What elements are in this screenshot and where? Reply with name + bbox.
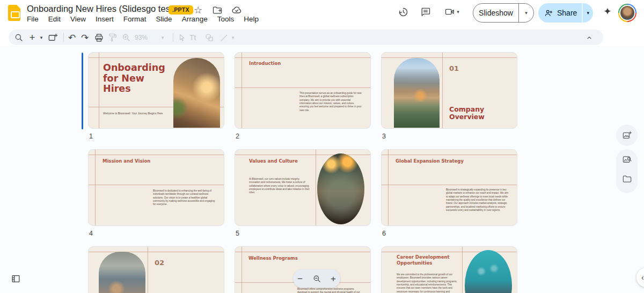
- share-caret-icon[interactable]: ▾: [583, 11, 593, 16]
- slide-rule-line: [382, 185, 517, 185]
- zoom-in-button[interactable]: +: [331, 274, 336, 283]
- caret-glyph: ▾: [40, 35, 43, 40]
- caret-glyph: ▾: [232, 35, 235, 40]
- team-photo-oval: [317, 153, 364, 224]
- slide-thumbnail-3[interactable]: 01 Company Overview: [381, 52, 517, 129]
- slide-title: Onboarding for New Hires: [103, 63, 170, 94]
- share-button[interactable]: Share: [557, 9, 577, 17]
- new-slide-plus-button[interactable]: +: [26, 31, 39, 45]
- office-photo-arch: [173, 58, 220, 128]
- slide-rule-line: [235, 57, 370, 58]
- new-slide-caret-icon[interactable]: ▾: [38, 31, 45, 45]
- menu-file[interactable]: File: [22, 14, 43, 24]
- magnifier-minus-icon: [312, 274, 321, 283]
- undo-icon[interactable]: ↶: [65, 31, 79, 45]
- slide-thumbnail-7[interactable]: 02: [88, 246, 224, 293]
- slide-title: Career Development Opportunities: [397, 254, 456, 266]
- slide-thumbnail-5[interactable]: Values and Culture At Bloomwell, our cor…: [235, 149, 371, 226]
- google-slides-app: Onboarding New Hires (Slidesgo test) .PP…: [0, 0, 644, 293]
- toolbar-separator: [173, 33, 173, 42]
- menu-view[interactable]: View: [65, 14, 91, 24]
- open-side-panel-button[interactable]: ‹: [636, 268, 644, 287]
- line-tool-caret-icon: ▾: [229, 31, 237, 45]
- menu-tools[interactable]: Tools: [213, 14, 239, 24]
- avatar-photo: [619, 5, 635, 21]
- zoom-reset-button[interactable]: [312, 274, 321, 283]
- image-search-icon[interactable]: [620, 152, 634, 166]
- menu-arrange[interactable]: Arrange: [177, 14, 213, 24]
- slide-thumbnail-2[interactable]: Introduction This presentation serves as…: [235, 52, 371, 129]
- chevron-left-icon: ‹: [641, 273, 644, 282]
- text-box-tool-icon: Tt: [189, 33, 196, 42]
- folder-icon[interactable]: [620, 172, 634, 186]
- version-history-icon[interactable]: [396, 4, 411, 19]
- slide-number-label: 1: [89, 133, 93, 140]
- section-number: 01: [449, 64, 459, 72]
- rail-add-image-pill: [616, 124, 638, 146]
- slide-thumbnail-6[interactable]: Global Expansion Strategy Bloomwell is s…: [381, 149, 517, 226]
- person-add-icon: [544, 9, 553, 18]
- zoom-level-value: 93%: [135, 34, 148, 41]
- building-photo-arch: [394, 58, 440, 128]
- slide-body-text: At Bloomwell, our core values include in…: [249, 178, 311, 195]
- workshop-photo-oval: [465, 250, 512, 293]
- shapes-tool-icon: [202, 31, 216, 45]
- menu-insert[interactable]: Insert: [91, 14, 119, 24]
- slide-number-label: 4: [89, 230, 93, 237]
- insert-image-icon[interactable]: [620, 128, 634, 142]
- slide-rule-line: [235, 252, 370, 252]
- slide-rule-line: [241, 247, 242, 293]
- pptx-badge[interactable]: .PPTX: [169, 5, 193, 14]
- menu-edit[interactable]: Edit: [43, 14, 65, 24]
- slideshow-button[interactable]: Slideshow: [473, 9, 518, 17]
- person-photo-arch: [99, 252, 145, 293]
- redo-icon[interactable]: ↷: [78, 31, 92, 45]
- slide-rule-line: [241, 53, 242, 128]
- selection-indicator: [82, 53, 83, 129]
- slide-rule-line: [89, 155, 224, 155]
- app-header: Onboarding New Hires (Slidesgo test) .PP…: [0, 0, 644, 26]
- print-icon[interactable]: [92, 31, 106, 45]
- redo-glyph: ↷: [81, 32, 89, 43]
- section-number: 02: [155, 259, 164, 267]
- zoom-out-button[interactable]: −: [297, 274, 303, 283]
- menubar: File Edit View Insert Format Slide Arran…: [22, 14, 264, 24]
- slide-rule-line: [388, 150, 389, 225]
- slide-title: Values and Culture: [249, 158, 298, 164]
- show-filmstrip-toggle[interactable]: [8, 270, 24, 287]
- gemini-sparkle-icon[interactable]: [600, 4, 615, 19]
- slide-title: Global Expansion Strategy: [396, 158, 464, 164]
- slide-title: Wellness Programs: [248, 255, 298, 261]
- slide-rule-line: [462, 247, 463, 293]
- slide-rule-line: [316, 150, 316, 225]
- slides-logo-icon[interactable]: [8, 5, 20, 21]
- slide-title: Mission and Vision: [103, 158, 150, 164]
- rail-tools-pill: [616, 149, 638, 193]
- account-avatar[interactable]: [618, 4, 636, 22]
- slide-thumbnail-9[interactable]: Career Development Opportunities We are …: [381, 246, 517, 293]
- slide-thumbnail-4[interactable]: Mission and Vision Bloomwell is dedicate…: [88, 149, 224, 226]
- document-title[interactable]: Onboarding New Hires (Slidesgo test): [27, 4, 175, 14]
- slide-rule-line: [89, 252, 224, 252]
- slide-rule-line: [99, 53, 99, 128]
- caret-glyph: ▾: [162, 35, 164, 40]
- menu-slide[interactable]: Slide: [151, 14, 177, 24]
- meet-camera-button[interactable]: ▾: [441, 4, 463, 19]
- share-split-button: Share ▾: [538, 3, 593, 23]
- slideshow-caret-icon[interactable]: ▾: [519, 11, 533, 16]
- slide-thumbnail-1[interactable]: Onboarding for New Hires Welcome to Bloo…: [88, 52, 224, 129]
- slide-rule-line: [89, 57, 224, 58]
- slide-body-text: Bloomwell offers comprehensive wellness …: [297, 288, 362, 293]
- collapse-toolbar-chevron-icon[interactable]: [582, 31, 596, 45]
- menu-format[interactable]: Format: [119, 14, 151, 24]
- slide-title: Introduction: [249, 61, 281, 66]
- menu-help[interactable]: Help: [239, 14, 264, 24]
- slide-body-text: Bloomwell is strategically expanding its…: [446, 188, 509, 212]
- add-slide-frame-icon[interactable]: [46, 31, 60, 45]
- comments-icon[interactable]: [418, 4, 433, 19]
- toolbar-search-icon[interactable]: [12, 31, 26, 45]
- slide-rule-line: [235, 87, 370, 88]
- zoom-caret-icon: ▾: [159, 31, 166, 45]
- slide-number-label: 2: [236, 133, 239, 140]
- select-cursor-icon: [175, 31, 189, 45]
